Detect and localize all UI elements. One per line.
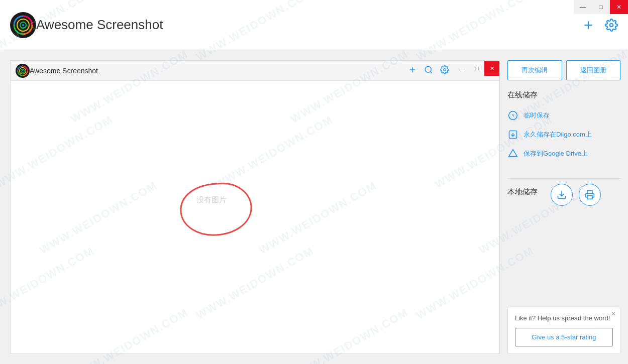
action-buttons: 再次编辑 返回图册 [507,60,620,80]
local-storage-title: 本地储存 [507,187,538,197]
inner-title-actions [408,65,449,76]
inner-app-logo [16,64,30,78]
circle-annotation-svg [177,179,257,239]
divider [507,178,620,179]
inner-content: 没有图片 [11,81,499,353]
temp-save-icon [507,110,518,121]
online-storage-title: 在线储存 [507,90,620,100]
inner-window-controls[interactable]: — □ ✕ [454,61,499,76]
app-logo [10,12,36,38]
annotation-circle [177,179,257,241]
inner-settings-icon[interactable] [440,65,449,76]
download-button[interactable] [551,184,573,206]
inner-search-icon[interactable] [424,65,433,76]
diigo-save-item[interactable]: 永久储存在Diigo.com上 [507,125,620,144]
window-controls[interactable]: — □ ✕ [574,0,628,14]
edit-again-button[interactable]: 再次编辑 [507,60,562,80]
local-storage-header: 本地储存 [507,184,620,206]
gdrive-save-item[interactable]: 保存到Google Drive上 [507,144,620,163]
rating-close-button[interactable]: ✕ [611,310,616,317]
inner-maximize-button[interactable]: □ [469,61,484,76]
temp-save-item[interactable]: 临时保存 [507,106,620,125]
svg-point-4 [22,24,24,26]
settings-button[interactable] [605,19,618,32]
right-panel: 再次编辑 返回图册 在线储存 临时保存 [500,50,628,364]
back-to-gallery-button[interactable]: 返回图册 [566,60,621,80]
svg-line-16 [430,71,432,73]
svg-point-7 [610,23,613,27]
inner-close-button[interactable]: ✕ [484,61,499,76]
gdrive-save-icon [507,148,518,159]
maximize-button[interactable]: □ [592,0,610,14]
svg-point-17 [444,68,446,71]
svg-marker-21 [509,150,517,157]
rating-text: Like it? Help us spread the word! [515,314,613,322]
minimize-button[interactable]: — [574,0,592,14]
rating-button[interactable]: Give us a 5-star rating [515,328,613,346]
online-storage-section: 在线储存 临时保存 永久储存在D [507,90,620,163]
app-title: Awesome Screenshot [36,17,163,33]
local-storage-section: 本地储存 [507,184,620,206]
title-bar-actions [582,19,618,32]
inner-minimize-button[interactable]: — [454,61,469,76]
inner-window: — □ ✕ Awesome Screenshot [10,60,500,354]
inner-app-title: Awesome Screenshot [30,67,98,75]
diigo-save-label: 永久储存在Diigo.com上 [524,130,592,139]
add-button[interactable] [582,19,595,32]
main-layout: — □ ✕ Awesome Screenshot [0,50,628,364]
svg-rect-23 [587,196,592,199]
diigo-save-icon [507,129,518,140]
svg-point-15 [425,66,431,72]
print-button[interactable] [579,184,601,206]
close-button[interactable]: ✕ [610,0,628,14]
temp-save-label: 临时保存 [524,111,550,120]
inner-add-icon[interactable] [408,65,417,76]
title-bar: — □ ✕ Awesome Screenshot [0,0,628,50]
inner-title-bar: — □ ✕ Awesome Screenshot [11,61,499,81]
gdrive-save-label: 保存到Google Drive上 [524,149,588,158]
rating-card: ✕ Like it? Help us spread the word! Give… [507,307,620,354]
svg-point-12 [22,70,24,71]
